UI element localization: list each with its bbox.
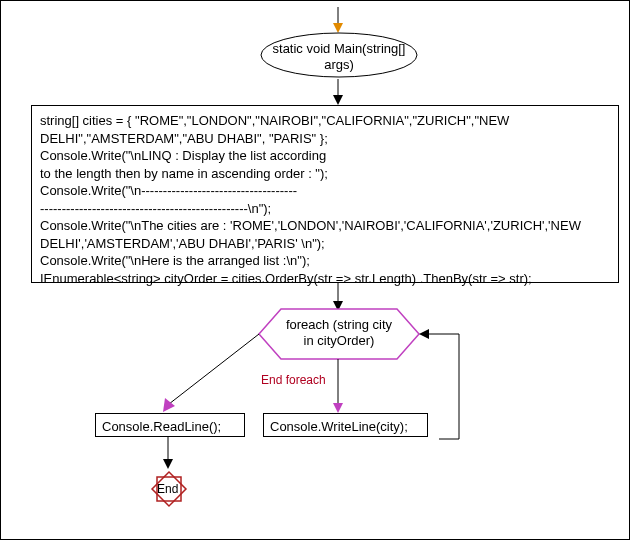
svg-marker-12 <box>419 329 429 339</box>
code-block-process: string[] cities = { "ROME","LONDON","NAI… <box>31 105 619 283</box>
arrow-start-to-code <box>331 79 345 105</box>
end-terminator-label: End <box>157 482 178 496</box>
entry-arrow <box>331 7 345 33</box>
arrow-afterloop-to-end <box>161 437 175 469</box>
svg-marker-9 <box>333 403 343 413</box>
foreach-loop-label: foreach (string city in cityOrder) <box>283 317 395 348</box>
arrow-loop-exit <box>159 334 269 424</box>
svg-marker-4 <box>333 95 343 105</box>
arrow-loop-to-body <box>331 359 345 413</box>
arrow-code-to-loop <box>331 283 345 311</box>
after-loop-process: Console.ReadLine(); <box>95 413 245 437</box>
start-terminator-label: static void Main(string[] args) <box>269 41 409 72</box>
svg-marker-14 <box>163 459 173 469</box>
loop-body-process: Console.WriteLine(city); <box>263 413 428 437</box>
svg-line-10 <box>169 334 259 404</box>
end-foreach-label: End foreach <box>261 373 326 387</box>
flowchart-canvas: static void Main(string[] args) string[]… <box>0 0 630 540</box>
arrow-body-back-to-loop <box>419 327 469 441</box>
